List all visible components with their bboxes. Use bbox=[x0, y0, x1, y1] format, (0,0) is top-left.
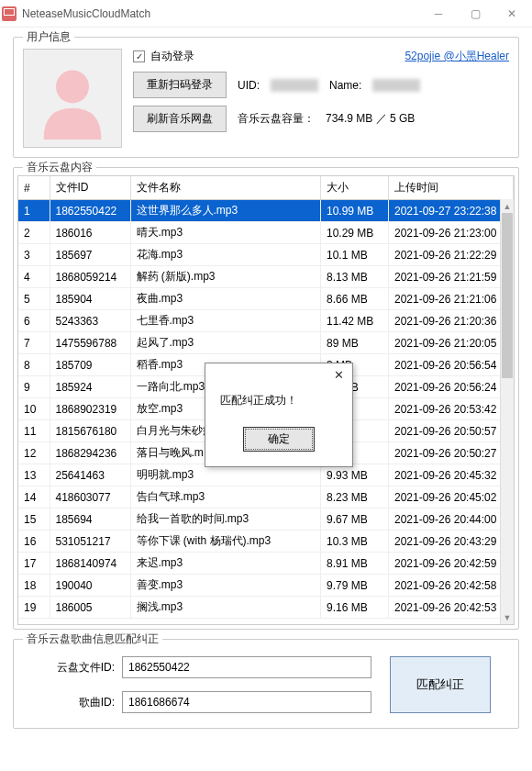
file-id-input[interactable] bbox=[122, 656, 371, 678]
cell-name: 七里香.mp3 bbox=[130, 310, 321, 332]
cell-file_id: 531051217 bbox=[50, 531, 130, 553]
user-info-group: 用户信息 ✓ 自动登录 52pojie @小黑Healer 重新扫码登录 UID… bbox=[13, 37, 519, 158]
table-row[interactable]: 41868059214解药 (新版).mp38.13 MB2021-09-26 … bbox=[18, 266, 514, 288]
cell-file_id: 1868140974 bbox=[50, 553, 130, 575]
table-row[interactable]: 18190040善变.mp39.79 MB2021-09-26 20:42:58 bbox=[18, 575, 514, 597]
cell-size: 10.29 MB bbox=[321, 222, 389, 244]
table-row[interactable]: 15185694给我一首歌的时间.mp39.67 MB2021-09-26 20… bbox=[18, 508, 514, 531]
cell-file_id: 185904 bbox=[50, 288, 130, 310]
cell-size: 89 MB bbox=[321, 332, 389, 354]
name-label: Name: bbox=[329, 79, 361, 92]
rescan-login-button[interactable]: 重新扫码登录 bbox=[133, 72, 227, 98]
cell-idx: 4 bbox=[18, 266, 50, 288]
scroll-thumb[interactable] bbox=[502, 213, 513, 378]
cell-size: 10.1 MB bbox=[321, 244, 389, 266]
cell-size: 8.91 MB bbox=[321, 553, 389, 575]
table-row[interactable]: 65243363七里香.mp311.42 MB2021-09-26 21:20:… bbox=[18, 310, 514, 332]
table-row[interactable]: 19186005搁浅.mp39.16 MB2021-09-26 20:42:53 bbox=[18, 597, 514, 619]
minimize-button[interactable]: ─ bbox=[420, 1, 457, 27]
cell-idx: 3 bbox=[18, 244, 50, 266]
cell-file_id: 185709 bbox=[50, 354, 130, 376]
table-row[interactable]: 171868140974来迟.mp38.91 MB2021-09-26 20:4… bbox=[18, 553, 514, 575]
cell-file_id: 1868294236 bbox=[50, 442, 130, 464]
cell-idx: 11 bbox=[18, 420, 50, 442]
song-id-input[interactable] bbox=[122, 691, 371, 713]
table-row[interactable]: 11862550422这世界那么多人.mp310.99 MB2021-09-27… bbox=[18, 200, 514, 222]
file-id-label: 云盘文件ID: bbox=[41, 660, 115, 676]
cell-time: 2021-09-26 21:21:59 bbox=[389, 266, 514, 288]
cell-time: 2021-09-26 20:53:42 bbox=[389, 398, 514, 420]
cell-file_id: 186005 bbox=[50, 597, 130, 619]
table-header-row: # 文件ID 文件名称 大小 上传时间 bbox=[18, 176, 514, 200]
cell-name: 来迟.mp3 bbox=[130, 553, 321, 575]
cell-time: 2021-09-26 20:50:57 bbox=[389, 420, 514, 442]
cell-time: 2021-09-26 20:45:32 bbox=[389, 464, 514, 486]
cell-file_id: 1868902319 bbox=[50, 398, 130, 420]
scroll-up-icon[interactable]: ▲ bbox=[501, 199, 514, 213]
table-row[interactable]: 14418603077告白气球.mp38.23 MB2021-09-26 20:… bbox=[18, 486, 514, 508]
cell-size: 9.16 MB bbox=[321, 597, 389, 619]
cell-idx: 10 bbox=[18, 398, 50, 420]
cell-idx: 13 bbox=[18, 464, 50, 486]
cell-file_id: 5243363 bbox=[50, 310, 130, 332]
cell-file_id: 185697 bbox=[50, 244, 130, 266]
auto-login-checkbox[interactable]: ✓ bbox=[133, 50, 145, 62]
table-scrollbar[interactable]: ▲ ▼ bbox=[500, 199, 514, 624]
cell-size: 8.23 MB bbox=[321, 486, 389, 508]
refresh-cloud-button[interactable]: 刷新音乐网盘 bbox=[133, 106, 227, 132]
col-index[interactable]: # bbox=[18, 176, 50, 200]
table-row[interactable]: 5185904夜曲.mp38.66 MB2021-09-26 21:21:06 bbox=[18, 288, 514, 310]
close-button[interactable]: ✕ bbox=[493, 1, 530, 27]
col-time[interactable]: 上传时间 bbox=[389, 176, 514, 200]
cell-idx: 16 bbox=[18, 531, 50, 553]
cell-time: 2021-09-26 21:20:36 bbox=[389, 310, 514, 332]
maximize-button[interactable]: ▢ bbox=[457, 1, 493, 27]
col-file-id[interactable]: 文件ID bbox=[50, 176, 130, 200]
cell-time: 2021-09-26 20:45:02 bbox=[389, 486, 514, 508]
success-dialog: ✕ 匹配纠正成功！ 确定 bbox=[205, 363, 353, 467]
cell-name: 这世界那么多人.mp3 bbox=[130, 200, 321, 222]
table-row[interactable]: 3185697花海.mp310.1 MB2021-09-26 21:22:29 bbox=[18, 244, 514, 266]
cell-size: 10.3 MB bbox=[321, 531, 389, 553]
cell-time: 2021-09-26 21:20:05 bbox=[389, 332, 514, 354]
window-title: NeteaseMusicCloudMatch bbox=[22, 7, 420, 20]
cell-file_id: 418603077 bbox=[50, 486, 130, 508]
avatar-placeholder-icon bbox=[31, 57, 114, 140]
cell-file_id: 190040 bbox=[50, 575, 130, 597]
cell-file_id: 186016 bbox=[50, 222, 130, 244]
dialog-close-button[interactable]: ✕ bbox=[328, 365, 349, 384]
col-name[interactable]: 文件名称 bbox=[130, 176, 321, 200]
cell-idx: 19 bbox=[18, 597, 50, 619]
cell-size: 8.13 MB bbox=[321, 266, 389, 288]
song-id-label: 歌曲ID: bbox=[41, 695, 115, 710]
app-icon bbox=[2, 6, 17, 21]
cell-name: 善变.mp3 bbox=[130, 575, 321, 597]
cell-idx: 15 bbox=[18, 508, 50, 531]
table-row[interactable]: 1325641463明明就.mp39.93 MB2021-09-26 20:45… bbox=[18, 464, 514, 486]
cell-idx: 2 bbox=[18, 222, 50, 244]
cell-idx: 5 bbox=[18, 288, 50, 310]
cell-name: 给我一首歌的时间.mp3 bbox=[130, 508, 321, 531]
capacity-value: 734.9 MB ／ 5 GB bbox=[326, 111, 415, 127]
cell-time: 2021-09-26 20:42:58 bbox=[389, 575, 514, 597]
cell-time: 2021-09-26 21:22:29 bbox=[389, 244, 514, 266]
table-row[interactable]: 2186016晴天.mp310.29 MB2021-09-26 21:23:00 bbox=[18, 222, 514, 244]
avatar bbox=[23, 49, 122, 148]
scroll-down-icon[interactable]: ▼ bbox=[501, 610, 514, 624]
dialog-message: 匹配纠正成功！ bbox=[220, 393, 338, 408]
cell-file_id: 25641463 bbox=[50, 464, 130, 486]
match-submit-button[interactable]: 匹配纠正 bbox=[390, 656, 491, 713]
table-row[interactable]: 71475596788起风了.mp389 MB2021-09-26 21:20:… bbox=[18, 332, 514, 354]
cell-idx: 6 bbox=[18, 310, 50, 332]
cell-name: 搁浅.mp3 bbox=[130, 597, 321, 619]
cell-file_id: 1868059214 bbox=[50, 266, 130, 288]
cell-size: 10.99 MB bbox=[321, 200, 389, 222]
dialog-ok-button[interactable]: 确定 bbox=[243, 427, 315, 452]
table-row[interactable]: 16531051217等你下课 (with 杨瑞代).mp310.3 MB202… bbox=[18, 531, 514, 553]
credits-link[interactable]: 52pojie @小黑Healer bbox=[405, 49, 509, 64]
cell-file_id: 1475596788 bbox=[50, 332, 130, 354]
cell-file_id: 185924 bbox=[50, 376, 130, 398]
col-size[interactable]: 大小 bbox=[321, 176, 389, 200]
cell-time: 2021-09-27 23:22:38 bbox=[389, 200, 514, 222]
cell-size: 9.93 MB bbox=[321, 464, 389, 486]
